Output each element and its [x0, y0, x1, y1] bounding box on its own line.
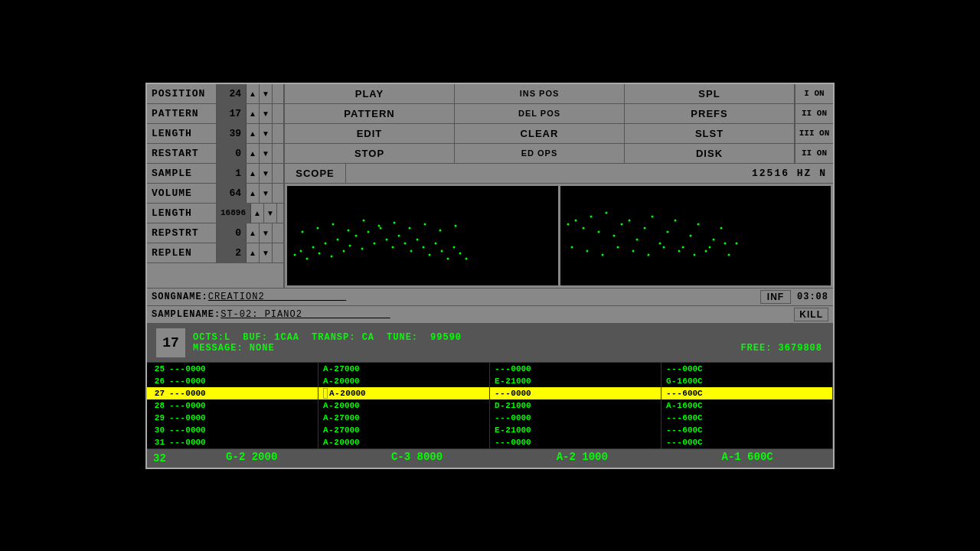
repstrt-up[interactable]: ▲	[247, 223, 260, 243]
track-row[interactable]: --- 600C	[662, 387, 832, 399]
track-row[interactable]: --- 0000	[490, 363, 661, 375]
length2-down[interactable]: ▼	[264, 204, 277, 223]
prefs-button[interactable]: PREFS	[625, 104, 795, 123]
disk-button[interactable]: DISK	[625, 144, 795, 163]
clear-button[interactable]: CLEAR	[455, 124, 625, 143]
svg-point-70	[678, 249, 680, 252]
track-row[interactable]: --- 600C	[662, 424, 832, 436]
length-down[interactable]: ▼	[260, 124, 273, 143]
track-note: ---	[495, 364, 511, 373]
sample-up[interactable]: ▲	[247, 164, 260, 183]
inf-button[interactable]: INF	[760, 290, 791, 304]
track-row[interactable]: A-2 7000	[318, 363, 489, 375]
play-button[interactable]: PLAY	[285, 84, 455, 103]
stop-button[interactable]: STOP	[285, 144, 455, 163]
svg-point-51	[651, 215, 653, 217]
track-row[interactable]: A-2 0000	[318, 387, 489, 399]
replen-up[interactable]: ▲	[247, 243, 260, 262]
pattern-down[interactable]: ▼	[260, 104, 273, 123]
track-row[interactable]: 25--- 0000	[147, 363, 318, 375]
svg-point-9	[349, 244, 351, 246]
track-row[interactable]: A-2 7000	[318, 412, 489, 424]
track-row[interactable]: A-2 0000	[318, 436, 489, 448]
svg-point-44	[597, 230, 599, 233]
ed-ops-button[interactable]: ED OPS	[455, 144, 625, 163]
track-row[interactable]: A-2 0000	[318, 399, 489, 412]
row-number: 26	[149, 377, 167, 386]
length-up[interactable]: ▲	[247, 124, 260, 143]
track-value: 0000	[511, 413, 531, 422]
svg-point-14	[380, 227, 382, 229]
track-row[interactable]: D-2 1000	[490, 399, 661, 412]
svg-point-68	[647, 253, 649, 256]
slst-button[interactable]: SLST	[625, 124, 795, 143]
svg-point-26	[453, 246, 456, 248]
repstrt-down[interactable]: ▼	[260, 223, 273, 243]
track-row[interactable]: 30--- 0000	[147, 424, 318, 436]
svg-point-29	[302, 230, 304, 233]
track-row[interactable]: --- 0000	[490, 412, 661, 424]
length2-label: LENGTH	[147, 204, 216, 223]
track-row[interactable]: A-2 0000	[318, 375, 489, 387]
svg-point-7	[337, 238, 339, 240]
track-value: 1000	[511, 377, 531, 386]
svg-point-47	[620, 223, 622, 225]
svg-point-34	[378, 224, 381, 227]
ins-pos-button[interactable]: INS POS	[455, 84, 625, 103]
restart-down[interactable]: ▼	[260, 144, 273, 163]
pattern-up[interactable]: ▲	[247, 104, 260, 123]
track-row[interactable]: --- 000C	[662, 436, 832, 448]
restart-up[interactable]: ▲	[247, 144, 260, 163]
svg-point-58	[704, 249, 707, 252]
track-value: 1000	[511, 425, 531, 435]
track-col-2: --- 0000E-2 1000--- 0000D-2 1000--- 0000…	[490, 363, 662, 448]
replen-value: 2	[216, 243, 247, 262]
track-row[interactable]: 26--- 0000	[147, 375, 318, 387]
track-col-0: 25--- 000026--- 000027--- 000028--- 0000…	[147, 363, 318, 448]
svg-point-27	[459, 252, 462, 254]
track-row[interactable]: E-2 1000	[490, 424, 661, 436]
track-row[interactable]: A-2 7000	[318, 424, 489, 436]
track-note: ---	[666, 364, 682, 373]
svg-point-28	[466, 257, 468, 259]
volume-up[interactable]: ▲	[247, 184, 260, 203]
track-row[interactable]: --- 0000	[490, 436, 661, 448]
track-row[interactable]: E-2 1000	[490, 375, 661, 387]
volume-value: 64	[216, 184, 247, 203]
bottom-note-0: G-2 2000	[169, 451, 335, 466]
track-value: 0000	[185, 389, 205, 398]
svg-point-66	[616, 246, 619, 248]
track-row[interactable]: A-1 600C	[662, 399, 832, 412]
track-col-1: A-2 7000A-2 0000A-2 0000A-2 0000A-2 7000…	[318, 363, 490, 448]
position-down[interactable]: ▼	[260, 84, 273, 103]
spl-button[interactable]: SPL	[625, 84, 795, 103]
del-pos-button[interactable]: DEL POS	[455, 104, 625, 123]
restart-label: RESTART	[147, 144, 216, 163]
pattern-button[interactable]: PATTERN	[285, 104, 455, 123]
length2-up[interactable]: ▲	[251, 204, 264, 223]
row-number: 25	[149, 364, 167, 373]
position-up[interactable]: ▲	[247, 84, 260, 103]
replen-down[interactable]: ▼	[260, 243, 273, 262]
track-value: 600C	[682, 389, 702, 398]
songname-value: CREATION2_____________	[208, 292, 754, 302]
sample-down[interactable]: ▼	[260, 164, 273, 183]
volume-down[interactable]: ▼	[260, 184, 273, 203]
track-value: 0000	[511, 438, 531, 447]
edit-button[interactable]: EDIT	[285, 124, 455, 143]
track-row[interactable]: 27--- 0000	[147, 387, 318, 399]
track-row[interactable]: --- 600C	[662, 412, 832, 424]
track-note: A-2	[323, 377, 339, 386]
length-value: 39	[216, 124, 247, 143]
track-note: ---	[666, 425, 682, 435]
track-row[interactable]: 28--- 0000	[147, 399, 318, 412]
svg-point-42	[582, 227, 584, 229]
track-row[interactable]: --- 000C	[662, 363, 832, 375]
track-row[interactable]: --- 0000	[490, 387, 661, 399]
buf-status: BUF: 1CAA	[243, 332, 299, 343]
track-row[interactable]: 31--- 0000	[147, 436, 318, 448]
kill-button[interactable]: KILL	[794, 308, 828, 321]
track-row[interactable]: 29--- 0000	[147, 412, 318, 424]
track-row[interactable]: G-1 600C	[662, 375, 832, 387]
scope-button[interactable]: SCOPE	[285, 164, 346, 183]
